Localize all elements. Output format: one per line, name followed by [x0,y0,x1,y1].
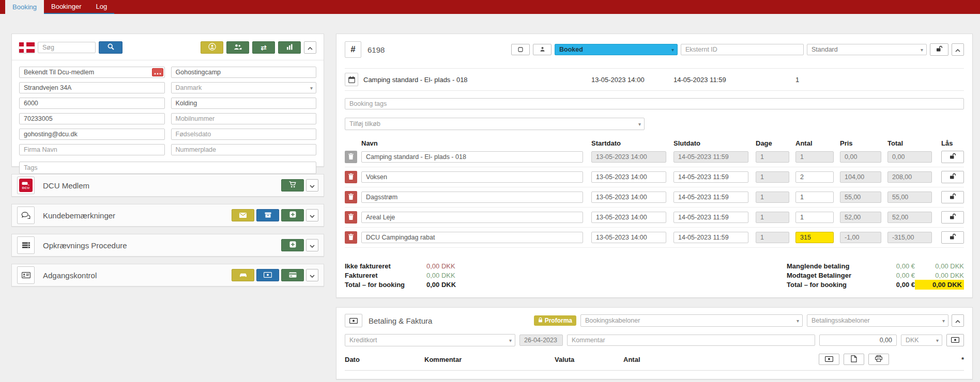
add-addon-select[interactable]: Tilføj tilkøb▾ [345,118,645,130]
item-days-input[interactable] [756,151,789,163]
tab-log[interactable]: Log [89,0,115,14]
collapse-customer-panel-button[interactable] [304,41,316,54]
item-name-input[interactable] [361,192,583,203]
item-days-input[interactable] [756,171,789,183]
delete-item-button[interactable] [345,231,357,244]
mobile-input[interactable] [171,113,317,124]
item-qty-input[interactable] [795,192,834,203]
item-start-input[interactable] [591,212,666,223]
phone-input[interactable] [19,113,165,124]
item-start-input[interactable] [591,151,666,163]
item-total-input[interactable] [887,212,932,223]
tags-input[interactable] [19,162,316,174]
item-end-input[interactable] [673,232,748,243]
item-name-input[interactable] [361,171,583,183]
item-qty-input-highlighted[interactable] [795,232,834,243]
item-end-input[interactable] [673,192,748,203]
tab-bookinger[interactable]: Bookinger [44,0,89,14]
external-id-input[interactable] [681,44,804,55]
tab-booking[interactable]: Booking [5,0,44,14]
item-total-input[interactable] [887,192,932,203]
invoice-document-button[interactable] [844,354,864,365]
item-days-input[interactable] [756,232,789,243]
more-options-button[interactable] [152,68,163,76]
item-end-input[interactable] [673,171,748,183]
booking-summary-row[interactable]: Camping standard - El- plads - 018 13-05… [345,68,964,91]
archive-button[interactable] [256,209,279,221]
delete-item-button[interactable] [345,171,357,183]
email-input[interactable] [19,129,165,140]
item-lock-button[interactable] [941,211,964,224]
item-price-input[interactable] [840,151,881,163]
payment-comment-input[interactable] [567,335,815,346]
card-access-button[interactable] [281,269,304,281]
item-qty-input[interactable] [795,151,834,163]
add-procedure-button[interactable] [281,239,304,251]
item-lock-button[interactable] [941,191,964,203]
collapse-booking-panel-button[interactable] [952,43,964,56]
currency-select[interactable]: DKK▾ [901,335,942,346]
address-input[interactable] [19,82,165,93]
vehicle-access-button[interactable] [232,269,254,281]
add-remark-button[interactable] [281,209,304,221]
item-lock-button[interactable] [941,151,964,163]
customer-group-button[interactable] [226,41,249,54]
cash-access-button[interactable] [256,269,279,281]
dcu-shop-button[interactable] [281,179,304,192]
item-start-input[interactable] [591,192,666,203]
booking-lock-button[interactable] [930,43,948,56]
company-input[interactable] [19,144,165,155]
country-select[interactable]: Danmark▾ [171,82,317,93]
search-button[interactable] [99,41,122,54]
exchange-button[interactable]: ⇄ [252,41,275,54]
item-name-input[interactable] [361,232,583,243]
item-end-input[interactable] [673,212,748,223]
delete-item-button[interactable] [345,211,357,224]
campsite-input[interactable] [171,67,317,78]
item-total-input[interactable] [887,171,932,183]
booking-template-select[interactable]: Standard▾ [807,44,927,55]
booking-tags-input[interactable] [345,98,964,109]
item-price-input[interactable] [840,171,881,183]
cash-report-button[interactable] [819,354,839,365]
item-days-input[interactable] [756,212,789,223]
item-total-input[interactable] [887,232,932,243]
birthdate-input[interactable] [171,129,317,140]
statistics-button[interactable] [278,41,301,54]
expand-dcu-section-button[interactable] [306,179,318,192]
print-button[interactable] [868,354,889,365]
expand-access-section-button[interactable] [306,269,318,281]
item-start-input[interactable] [591,171,666,183]
booking-status-select[interactable]: Booked▾ [555,44,678,55]
item-price-input[interactable] [840,212,881,223]
search-input[interactable] [38,42,96,53]
item-start-input[interactable] [591,232,666,243]
item-lock-button[interactable] [941,231,964,244]
payment-date-input[interactable] [519,335,563,346]
item-price-input[interactable] [840,232,881,243]
note-button[interactable] [511,44,530,55]
item-name-input[interactable] [361,151,583,163]
item-days-input[interactable] [756,192,789,203]
item-end-input[interactable] [673,151,748,163]
delete-item-button[interactable] [345,151,357,163]
expand-billing-section-button[interactable] [306,239,318,251]
item-qty-input[interactable] [795,171,834,183]
item-qty-input[interactable] [795,212,834,223]
booking-templates-select[interactable]: Bookingskabeloner▾ [580,314,803,327]
payment-method-select[interactable]: Kreditkort▾ [345,334,515,346]
payment-templates-select[interactable]: Betalingsskabeloner▾ [807,314,948,327]
register-payment-button[interactable] [946,334,964,346]
collapse-payment-panel-button[interactable] [952,314,964,327]
item-lock-button[interactable] [941,171,964,183]
city-input[interactable] [171,98,317,109]
zip-input[interactable] [19,98,165,109]
payment-amount-input[interactable] [819,335,897,346]
item-total-input[interactable] [887,151,932,163]
expand-remarks-section-button[interactable] [306,209,318,221]
plate-input[interactable] [171,144,317,155]
item-price-input[interactable] [840,192,881,203]
send-mail-button[interactable] [232,209,254,221]
contact-button[interactable] [533,44,552,55]
delete-item-button[interactable] [345,191,357,203]
